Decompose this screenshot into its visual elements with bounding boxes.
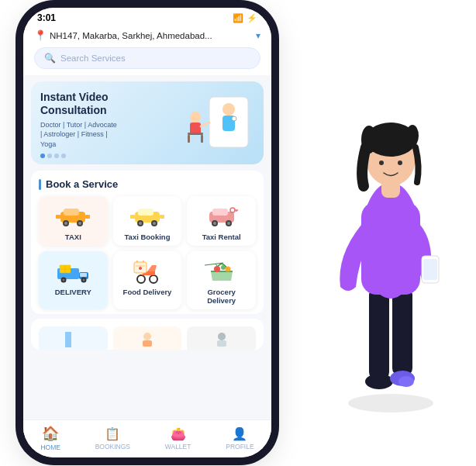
nav-bookings-label: BOOKINGS (95, 443, 130, 450)
nav-wallet[interactable]: 👛 WALLET (165, 426, 191, 450)
banner-text: Instant VideoConsultation Doctor | Tutor… (40, 91, 186, 158)
svg-point-67 (365, 374, 393, 389)
svg-point-31 (227, 222, 230, 225)
dot-4 (61, 154, 66, 158)
banner-title: Instant VideoConsultation (40, 91, 186, 117)
banner-subtitle: Doctor | Tutor | Advocate| Astrologer | … (40, 120, 186, 150)
profile-icon: 👤 (232, 426, 247, 441)
svg-rect-17 (85, 215, 90, 219)
svg-point-3 (232, 116, 236, 121)
svg-rect-16 (56, 215, 60, 219)
wifi-icon: 📶 (233, 13, 243, 23)
section-bar-icon (39, 179, 41, 190)
banner-illustration (186, 95, 256, 154)
status-bar: 3:01 📶 ⚡ (23, 8, 271, 25)
location-pin-icon: 📍 (34, 29, 47, 41)
delivery-label: DELIVERY (55, 288, 91, 296)
svg-point-32 (230, 208, 235, 212)
bottom-nav: 🏠 HOME 📋 BOOKINGS 👛 WALLET 👤 PROFILE (23, 419, 271, 454)
person-illustration (313, 47, 468, 419)
svg-point-79 (379, 161, 384, 165)
svg-point-64 (348, 394, 433, 412)
delivery-icon (56, 257, 90, 285)
app-scene: 3:01 📶 ⚡ 📍 NH147, Makarba, Sarkhej, Ahme… (0, 0, 476, 466)
nav-home[interactable]: 🏠 HOME (40, 425, 60, 451)
dot-3 (54, 154, 59, 158)
food-delivery-label: Food Delivery (123, 288, 172, 296)
svg-point-53 (214, 266, 220, 272)
taxi-rental-card[interactable]: Taxi Rental (187, 196, 256, 246)
search-bar[interactable]: 🔍 Search Services (34, 47, 260, 69)
promo-banner[interactable]: Instant VideoConsultation Doctor | Tutor… (31, 81, 264, 164)
consultation-svg (186, 95, 256, 154)
svg-rect-66 (392, 287, 412, 376)
taxi-booking-card[interactable]: Taxi Booking (113, 196, 182, 246)
grocery-delivery-icon (205, 257, 239, 285)
app-header: 📍 NH147, Makarba, Sarkhej, Ahmedabad... … (23, 25, 271, 75)
grocery-delivery-label: GroceryDelivery (207, 288, 236, 305)
svg-rect-7 (188, 135, 190, 143)
svg-point-69 (398, 376, 414, 387)
taxi-card[interactable]: TAXI (39, 196, 108, 246)
scrollable-content: Instant VideoConsultation Doctor | Tutor… (23, 75, 271, 454)
svg-rect-24 (130, 215, 135, 219)
svg-point-45 (150, 275, 157, 283)
svg-point-23 (153, 222, 156, 225)
nav-profile[interactable]: 👤 PROFILE (226, 426, 254, 450)
svg-point-60 (143, 333, 151, 340)
svg-point-77 (361, 126, 377, 154)
svg-rect-25 (160, 215, 164, 219)
taxi-booking-icon (130, 202, 164, 230)
svg-rect-61 (143, 340, 152, 347)
svg-point-62 (218, 333, 226, 340)
svg-rect-73 (423, 259, 437, 280)
grocery-delivery-card[interactable]: GroceryDelivery (187, 251, 256, 309)
dot-1 (40, 154, 45, 158)
taxi-booking-label: Taxi Booking (125, 233, 171, 241)
svg-rect-37 (80, 273, 87, 277)
nav-bookings[interactable]: 📋 BOOKINGS (95, 426, 130, 450)
chevron-down-icon: ▾ (256, 30, 260, 41)
svg-rect-11 (64, 209, 79, 216)
svg-rect-65 (369, 287, 389, 380)
battery-icon: ⚡ (247, 13, 257, 23)
food-delivery-card[interactable]: Food Delivery (113, 251, 182, 309)
svg-rect-19 (138, 209, 153, 216)
location-bar[interactable]: 📍 NH147, Makarba, Sarkhej, Ahmedabad... … (34, 29, 260, 41)
svg-point-13 (64, 222, 67, 225)
taxi-icon (56, 202, 90, 230)
food-delivery-icon (130, 257, 164, 285)
search-icon: 🔍 (44, 53, 56, 64)
section-title: Book a Service (39, 178, 256, 190)
svg-point-78 (406, 125, 419, 147)
banner-dots (40, 154, 186, 158)
nav-home-label: HOME (40, 444, 60, 451)
nav-wallet-label: WALLET (165, 443, 191, 450)
taxi-rental-icon (205, 202, 239, 230)
home-icon: 🏠 (42, 425, 59, 442)
svg-point-1 (222, 103, 235, 116)
nav-profile-label: PROFILE (226, 443, 254, 450)
delivery-service-grid: DELIVERY (39, 251, 256, 309)
app-content: 📍 NH147, Makarba, Sarkhej, Ahmedabad... … (23, 25, 271, 454)
location-text: NH147, Makarba, Sarkhej, Ahmedabad... (50, 31, 253, 40)
svg-rect-71 (361, 202, 420, 295)
svg-point-51 (139, 267, 142, 270)
delivery-card[interactable]: DELIVERY (39, 251, 108, 309)
more-services-section (31, 319, 264, 350)
svg-rect-63 (217, 340, 226, 347)
svg-rect-27 (212, 209, 228, 216)
svg-rect-8 (201, 135, 203, 143)
dot-2 (47, 154, 52, 158)
svg-line-9 (201, 123, 209, 126)
svg-rect-6 (188, 133, 203, 135)
taxi-rental-label: Taxi Rental (202, 233, 241, 241)
svg-rect-59 (65, 332, 71, 347)
svg-point-21 (139, 222, 142, 225)
search-placeholder: Search Services (60, 54, 126, 63)
bookings-icon: 📋 (105, 426, 120, 441)
svg-point-4 (190, 112, 201, 123)
phone-frame: 3:01 📶 ⚡ 📍 NH147, Makarba, Sarkhej, Ahme… (23, 8, 271, 457)
section-title-text: Book a Service (46, 178, 118, 190)
svg-point-55 (225, 267, 230, 272)
